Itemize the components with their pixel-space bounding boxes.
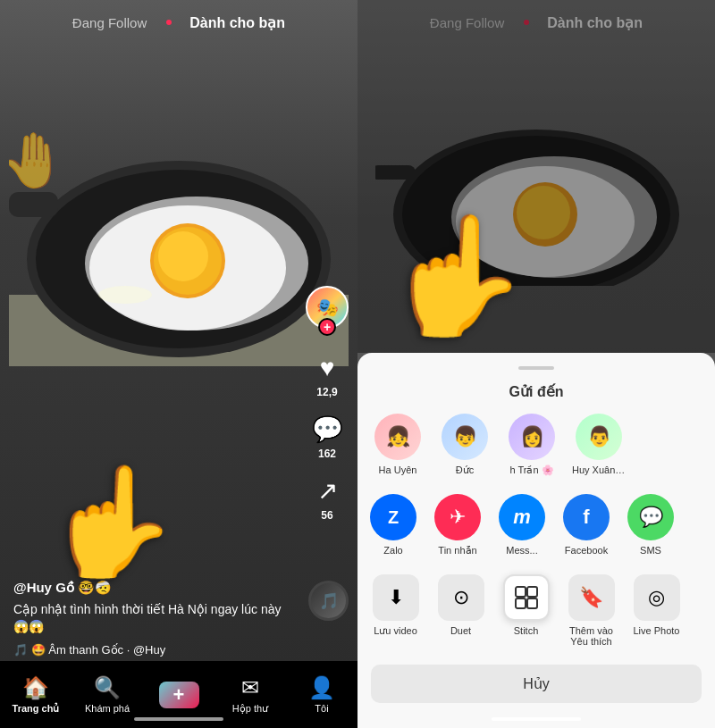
stitch-icon [503, 574, 550, 621]
facebook-label: Facebook [565, 545, 608, 556]
pan-illustration-left: 🤚 [9, 45, 349, 366]
action-bookmark[interactable]: 🔖 Thêm vàoYêu thích [562, 574, 620, 647]
share-icon: ↗ [317, 476, 338, 506]
svg-point-9 [158, 231, 208, 281]
contact-name-duc: Đức [456, 464, 474, 476]
zalo-label: Zalo [383, 545, 402, 556]
share-sheet: Gửi đến 👧 Ha Uyên 👦 Đức 👩 h Trần 🌸 👨 Huy… [358, 353, 715, 728]
left-top-nav: Đang Follow Dành cho bạn [0, 0, 358, 45]
svg-rect-22 [527, 598, 537, 608]
sheet-handle [518, 366, 554, 370]
messenger-icon: m [499, 494, 545, 540]
left-foryou-tab[interactable]: Dành cho bạn [189, 14, 285, 31]
explore-label: Khám phá [85, 703, 130, 714]
svg-rect-20 [527, 587, 537, 597]
svg-rect-21 [516, 598, 526, 608]
contact-name-h-tran: h Trần 🌸 [509, 464, 553, 476]
like-count: 12,9 [316, 386, 337, 398]
live-dot [166, 20, 172, 25]
sms-icon: 💬 [627, 494, 674, 540]
contact-name-huy-xuan-mai: Huy Xuân Mai [572, 464, 626, 475]
caption: Cập nhật tình hình thời tiết Hà Nội ngay… [13, 601, 295, 636]
action-buttons: 🎭 + ♥ 12,9 💬 162 ↗ 56 [306, 286, 349, 522]
messenger-label: Mess... [506, 545, 537, 556]
duet-icon: ⊙ [438, 574, 484, 621]
explore-icon: 🔍 [94, 675, 121, 700]
create-icon: + [159, 682, 199, 708]
app-zalo[interactable]: Z Zalo [366, 494, 420, 556]
svg-rect-4 [9, 192, 58, 217]
contact-avatar-huy-xuan-mai: 👨 [576, 414, 622, 460]
contact-name-ha-uyen: Ha Uyên [379, 464, 417, 475]
hand-cursor-left: 👆 [45, 459, 179, 585]
bookmark-icon: 🔖 [568, 574, 615, 621]
comment-icon: 💬 [312, 414, 343, 444]
like-button[interactable]: ♥ 12,9 [316, 354, 337, 398]
share-button[interactable]: ↗ 56 [317, 476, 338, 522]
tin-nhan-label: Tin nhắn [438, 545, 476, 556]
home-label: Trang chủ [13, 703, 60, 715]
right-video-panel: Đang Follow Dành cho bạn 👆 Gửi đến 👧 Ha … [358, 0, 715, 728]
contact-avatar-duc: 👦 [442, 414, 488, 460]
action-save-video[interactable]: ⬇ Lưu video [366, 574, 425, 647]
left-home-indicator [134, 717, 223, 721]
action-stitch[interactable]: Stitch [497, 574, 555, 647]
sheet-title: Gửi đến [358, 383, 715, 400]
nav-create[interactable]: + [152, 682, 206, 708]
save-video-icon: ⬇ [373, 574, 419, 621]
share-count: 56 [321, 509, 332, 522]
contact-huy-xuan-mai[interactable]: 👨 Huy Xuân Mai [572, 414, 626, 476]
nav-inbox[interactable]: ✉ Hộp thư [223, 675, 277, 715]
svg-point-10 [98, 286, 152, 304]
comment-button[interactable]: 💬 162 [312, 414, 343, 460]
action-duet[interactable]: ⊙ Duet [432, 574, 490, 647]
zalo-icon: Z [370, 494, 416, 540]
duet-label: Duet [450, 625, 471, 636]
inbox-label: Hộp thư [232, 703, 268, 715]
cancel-button[interactable]: Hủy [371, 665, 702, 703]
actions-row: ⬇ Lưu video ⊙ Duet Stitch [358, 574, 715, 647]
music-info[interactable]: 🎵 🤩 Âm thanh Gốc · @Huy [13, 643, 295, 657]
sms-label: SMS [640, 545, 661, 556]
comment-count: 162 [318, 448, 336, 460]
home-icon: 🏠 [22, 675, 49, 700]
video-info: @Huy Gồ 🤓🤕 Cập nhật tình hình thời tiết … [13, 580, 295, 657]
app-messenger[interactable]: m Mess... [495, 494, 549, 556]
app-sms[interactable]: 💬 SMS [624, 494, 677, 556]
contact-avatar-h-tran: 👩 [509, 414, 555, 460]
app-facebook[interactable]: f Facebook [559, 494, 613, 556]
nav-explore[interactable]: 🔍 Khám phá [80, 675, 134, 714]
app-tin-nhan[interactable]: ✈ Tin nhắn [431, 494, 484, 556]
creator-avatar-wrapper[interactable]: 🎭 + [306, 286, 349, 329]
bookmark-label: Thêm vàoYêu thích [569, 625, 613, 647]
home-indicator [492, 717, 581, 721]
nav-profile[interactable]: 👤 Tôi [295, 675, 349, 714]
contact-avatar-ha-uyen: 👧 [374, 414, 421, 460]
facebook-icon: f [563, 494, 610, 540]
live-photo-icon: ◎ [634, 574, 680, 621]
stitch-label: Stitch [514, 625, 539, 636]
live-photo-label: Live Photo [634, 625, 680, 636]
follow-plus-badge[interactable]: + [318, 318, 336, 336]
svg-text:🤚: 🤚 [9, 129, 67, 192]
left-video-panel: 🤚 Đang Follow Dành cho bạn 👆 🎭 + ♥ 12,9 … [0, 0, 358, 728]
profile-icon: 👤 [308, 675, 335, 700]
hand-cursor-right: 👆 [384, 208, 529, 344]
music-disk: 🎵 [308, 581, 349, 621]
nav-home[interactable]: 🏠 Trang chủ [9, 675, 63, 715]
tin-nhan-icon: ✈ [434, 494, 481, 540]
left-following-tab[interactable]: Đang Follow [72, 15, 147, 30]
heart-icon: ♥ [320, 354, 335, 382]
contact-ha-uyen[interactable]: 👧 Ha Uyên [371, 414, 425, 476]
inbox-icon: ✉ [241, 675, 259, 700]
contact-duc[interactable]: 👦 Đức [438, 414, 492, 476]
contact-h-tran[interactable]: 👩 h Trần 🌸 [505, 414, 559, 476]
svg-rect-19 [516, 587, 526, 597]
action-live-photo[interactable]: ◎ Live Photo [627, 574, 686, 647]
save-video-label: Lưu video [374, 625, 417, 637]
profile-label: Tôi [315, 703, 328, 714]
apps-row: Z Zalo ✈ Tin nhắn m Mess... f Facebook 💬… [358, 494, 715, 556]
contacts-row: 👧 Ha Uyên 👦 Đức 👩 h Trần 🌸 👨 Huy Xuân Ma… [358, 414, 715, 476]
